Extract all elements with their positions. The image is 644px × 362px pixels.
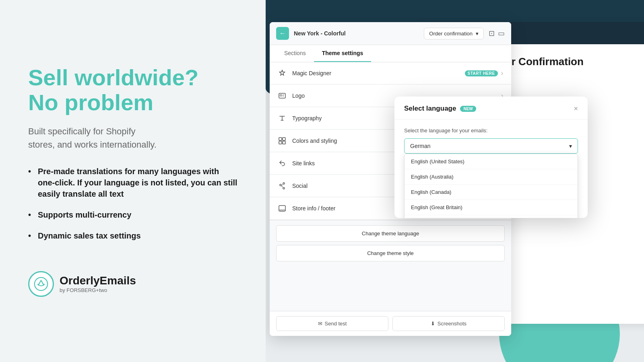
language-option-en-nz[interactable]: English (New Zealand) <box>405 215 578 218</box>
tab-sections[interactable]: Sections <box>276 45 314 62</box>
send-test-button[interactable]: ✉ Send test <box>276 316 388 331</box>
magic-label: Magic Designer <box>292 70 465 76</box>
change-language-button[interactable]: Change theme language <box>276 225 505 242</box>
links-icon <box>278 159 287 168</box>
language-option-en-au[interactable]: English (Australia) <box>405 169 578 185</box>
new-badge: NEW <box>460 106 476 112</box>
desktop-icon[interactable]: ⊡ <box>489 29 495 38</box>
magic-badge: START HERE <box>465 70 498 76</box>
bullet-item-2: Supports multi-currency <box>28 209 237 220</box>
dialog-body: Select the language for your emails: Ger… <box>394 119 588 194</box>
mobile-icon[interactable]: ▭ <box>498 29 505 38</box>
brand-logo: OrderlyEmails by FORSBERG+two <box>28 271 237 297</box>
bullet-item-3: Dynamic sales tax settings <box>28 230 237 241</box>
screenshots-label: Screenshots <box>438 321 466 327</box>
screenshots-button[interactable]: ⬇ Screenshots <box>392 316 505 331</box>
hero-title: Sell worldwide?No problem <box>28 65 237 115</box>
social-icon <box>278 181 287 190</box>
magic-chevron-icon: › <box>501 70 503 77</box>
dialog-title-group: Select language NEW <box>404 105 476 113</box>
back-icon: ← <box>279 30 286 37</box>
brand-sub: by FORSBERG+two <box>60 287 136 293</box>
app-topbar: ← New York - Colorful Order confirmation… <box>270 22 511 45</box>
back-button[interactable]: ← <box>276 27 289 40</box>
send-icon: ✉ <box>318 321 322 327</box>
svg-rect-5 <box>279 138 282 140</box>
email-type-selector[interactable]: Order confirmation ▾ <box>424 28 484 39</box>
bottom-bar: ✉ Send test ⬇ Screenshots <box>270 311 511 336</box>
brand-name: OrderlyEmails <box>60 274 136 287</box>
svg-rect-8 <box>283 141 285 144</box>
colors-icon <box>278 136 287 145</box>
brand-icon <box>28 271 54 297</box>
bullet-item-1: Pre-made translations for many languages… <box>28 166 237 200</box>
svg-rect-7 <box>279 141 282 144</box>
dropdown-chevron-icon: ▾ <box>569 143 572 149</box>
footer-icon <box>278 204 287 213</box>
sidebar-item-magic[interactable]: Magic Designer START HERE › <box>270 62 511 84</box>
language-option-en-ca[interactable]: English (Canada) <box>405 185 578 200</box>
send-test-label: Send test <box>325 321 347 327</box>
selected-language: German <box>410 143 431 149</box>
typography-icon <box>278 114 287 123</box>
dialog-close-button[interactable]: × <box>574 105 578 112</box>
brand-text: OrderlyEmails by FORSBERG+two <box>60 274 136 293</box>
tab-theme-settings[interactable]: Theme settings <box>314 45 372 62</box>
language-dialog: Select language NEW × Select the languag… <box>394 97 588 218</box>
dialog-subtitle: Select the language for your emails: <box>404 128 578 134</box>
svg-rect-9 <box>279 206 285 211</box>
store-name: New York - Colorful <box>294 30 419 37</box>
change-style-button[interactable]: Change theme style <box>276 245 505 261</box>
email-type-label: Order confirmation <box>429 31 473 37</box>
dialog-header: Select language NEW × <box>394 97 588 119</box>
right-panel: Order Confirmation Customer Björn Forsbe… <box>266 0 644 362</box>
dialog-title-text: Select language <box>404 105 456 113</box>
language-select-wrapper: German ▾ English (United States) English… <box>404 138 578 154</box>
chevron-down-icon: ▾ <box>476 31 479 37</box>
action-buttons-group: Change theme language Change theme style <box>270 220 511 266</box>
hero-subtitle: Built specifically for Shopifystores, an… <box>28 125 237 151</box>
logo-icon <box>278 91 287 100</box>
svg-rect-2 <box>280 95 282 96</box>
language-option-en-gb[interactable]: English (Great Britain) <box>405 200 578 215</box>
left-panel: Sell worldwide?No problem Built specific… <box>0 0 266 362</box>
svg-point-0 <box>35 277 47 290</box>
device-icons: ⊡ ▭ <box>489 29 505 38</box>
download-icon: ⬇ <box>431 321 435 327</box>
svg-rect-6 <box>283 138 285 140</box>
app-tabs: Sections Theme settings <box>270 45 511 62</box>
magic-icon <box>278 69 287 78</box>
language-select-display[interactable]: German ▾ <box>404 138 578 154</box>
language-dropdown[interactable]: English (United States) English (Austral… <box>404 154 578 218</box>
language-option-en-us[interactable]: English (United States) <box>405 154 578 169</box>
feature-list: Pre-made translations for many languages… <box>28 166 237 251</box>
